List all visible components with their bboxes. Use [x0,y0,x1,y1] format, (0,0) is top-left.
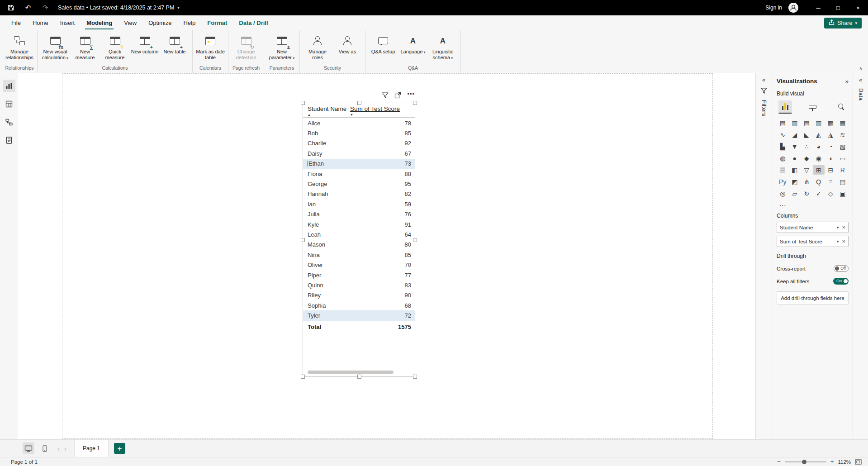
ribbon-button-new-column[interactable]: +New column [130,32,160,55]
keep-all-filters-toggle[interactable]: On [833,278,849,285]
filters-pane-collapsed[interactable]: « Filters [755,73,772,439]
expand-filters-icon[interactable]: « [762,77,765,83]
table-row-ian[interactable]: Ian59 [303,199,415,209]
azure-map-icon[interactable]: ◉ [813,153,825,163]
line-and-clustered-column-chart-icon[interactable]: ◮ [825,130,837,139]
field-options-icon[interactable]: ▾ [837,225,839,230]
line-chart-icon[interactable]: ∿ [777,130,789,139]
ribbon-button-view-as[interactable]: View as [332,32,362,55]
table-row-julia[interactable]: Julia76 [303,209,415,219]
table-row-quinn[interactable]: Quinn83 [303,280,415,290]
menu-tab-format[interactable]: Format [201,15,233,30]
table-row-george[interactable]: George95 [303,179,415,189]
slicer-icon[interactable]: ▽ [801,165,813,175]
ribbon-button-q-a-setup[interactable]: Q&A setup [368,32,398,55]
visual-horizontal-scrollbar[interactable] [308,371,394,374]
ribbon-button-linguistic-schema[interactable]: ALinguistic schema ▾ [428,32,458,61]
view-rail-report-view[interactable] [3,80,15,92]
field-pill-sum-of-test-score[interactable]: Sum of Test Score▾× [777,236,849,247]
shape-map-icon[interactable]: ◆ [801,153,813,163]
table-row-tyler[interactable]: Tyler72 [303,310,415,320]
multi-row-card-icon[interactable]: ☰ [777,165,789,175]
column-header-student-name[interactable]: Student Name ▲ [303,105,350,118]
sign-in-link[interactable]: Sign in [765,5,782,11]
menu-tab-file[interactable]: File [5,15,27,30]
more-options-icon[interactable]: ⋯ [407,94,414,96]
maximize-button[interactable]: □ [828,0,848,15]
filled-map-icon[interactable]: ● [789,153,801,163]
smart-narrative-icon[interactable]: ≡ [825,177,837,186]
redo-icon[interactable]: ↷ [41,3,50,12]
matrix-icon[interactable]: ⊟ [825,165,837,175]
field-pill-student-name[interactable]: Student Name▾× [777,222,849,233]
menu-tab-help[interactable]: Help [177,15,201,30]
funnel-chart-icon[interactable]: ▼ [789,142,801,151]
menu-tab-view[interactable]: View [118,15,142,30]
table-row-kyle[interactable]: Kyle91 [303,219,415,229]
view-rail-dax-query-view[interactable] [3,134,15,147]
field-options-icon[interactable]: ▾ [837,239,839,244]
expand-data-icon[interactable]: « [859,77,862,83]
minimize-button[interactable]: ─ [808,0,828,15]
clustered-bar-chart-icon[interactable]: ▤ [801,118,813,128]
zoom-slider-thumb[interactable] [802,460,806,464]
menu-tab-data-drill[interactable]: Data / Drill [233,15,274,30]
100-stacked-column-chart-icon[interactable]: ▦ [837,118,849,128]
waterfall-chart-icon[interactable]: ▙ [777,142,789,151]
drill-through-drop-zone[interactable]: Add drill-through fields here [777,291,849,304]
ribbon-chart-icon[interactable]: ≋ [837,130,849,139]
table-row-bob[interactable]: Bob85 [303,128,415,138]
data-pane-collapsed[interactable]: « Data [853,73,868,439]
ribbon-button-new-table[interactable]: +New table [160,32,190,55]
column-header-sum-of-test-score[interactable]: Sum of Test Score ▼ [350,105,415,118]
table-row-oliver[interactable]: Oliver70 [303,260,415,270]
zoom-in-icon[interactable]: + [830,459,834,465]
resize-handle[interactable] [301,101,305,105]
area-chart-icon[interactable]: ◢ [789,130,801,139]
clustered-column-chart-icon[interactable]: ▥ [813,118,825,128]
menu-tab-home[interactable]: Home [27,15,54,30]
ribbon-button-manage-roles[interactable]: Manage roles [303,32,332,61]
ribbon-button-quick-measure[interactable]: ϟQuick measure [100,32,130,61]
collapse-ribbon-icon[interactable]: ∧ [859,66,863,71]
power-apps-icon[interactable]: ▱ [789,189,801,198]
filter-icon[interactable] [382,92,389,99]
map-icon[interactable]: ◍ [777,153,789,163]
kpi-icon[interactable]: ◧ [789,165,801,175]
save-icon[interactable] [6,3,15,12]
100-stacked-bar-chart-icon[interactable]: ▦ [825,118,837,128]
table-row-sophia[interactable]: Sophia68 [303,300,415,310]
ribbon-button-mark-as-date-table[interactable]: Mark as date table [195,32,225,61]
data-pane-label[interactable]: Data [858,88,864,101]
stacked-bar-chart-icon[interactable]: ▤ [777,118,789,128]
menu-tab-optimize[interactable]: Optimize [142,15,177,30]
ribbon-button-new-measure[interactable]: ∑New measure [70,32,100,61]
undo-icon[interactable]: ↶ [24,3,33,12]
table-row-ethan[interactable]: Ethan73 [303,159,415,169]
mobile-layout-icon[interactable] [39,442,51,454]
build-visual-tab[interactable] [778,100,792,114]
page-tab-page-1[interactable]: Page 1 [74,440,109,457]
web-layout-icon[interactable] [23,442,34,454]
document-title-menu[interactable]: Sales data • Last saved: 4/18/2025 at 2:… [58,5,180,11]
card-icon[interactable]: ▭ [837,153,849,163]
avatar[interactable] [788,3,798,13]
zoom-slider[interactable] [785,461,826,462]
r-script-visual-icon[interactable]: R [837,165,849,175]
report-canvas[interactable]: ⋯ Student Name ▲ [18,73,756,439]
previous-page-icon[interactable]: ‹ [57,445,60,452]
resize-handle[interactable] [413,238,417,242]
stacked-area-chart-icon[interactable]: ◣ [801,130,813,139]
gauge-icon[interactable]: ◖ [825,153,837,163]
table-visual[interactable]: Student Name ▲ Sum of Test Score ▼ Alice… [303,103,415,377]
next-page-icon[interactable]: › [64,445,66,452]
resize-handle[interactable] [413,101,417,105]
scatter-chart-icon[interactable]: ∴ [801,142,813,151]
ribbon-button-change-detection[interactable]: ↻Change detection [231,32,261,61]
resize-handle[interactable] [357,101,361,105]
format-visual-tab[interactable] [806,100,820,113]
python-visual-icon[interactable]: Py [777,177,789,186]
goals-icon[interactable]: ◇ [825,189,837,198]
remove-field-icon[interactable]: × [842,224,845,231]
share-button[interactable]: Share ▾ [824,18,862,29]
